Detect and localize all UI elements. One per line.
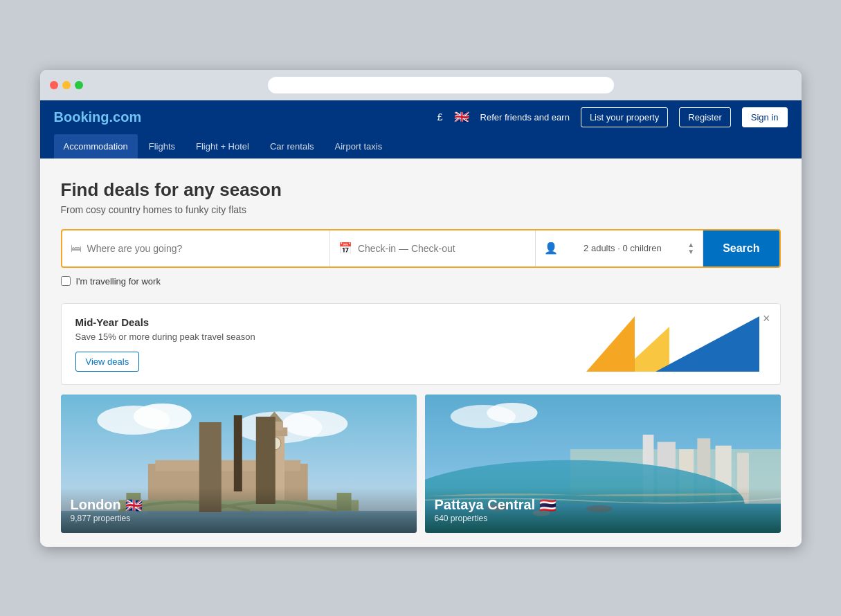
destination-card-london[interactable]: London 🇬🇧 9,877 properties (61, 395, 417, 533)
promo-close-button[interactable]: × (763, 312, 770, 325)
tab-flights[interactable]: Flights (139, 134, 185, 158)
list-property-button[interactable]: List your property (581, 107, 668, 127)
search-button[interactable]: Search (703, 230, 779, 266)
signin-button[interactable]: Sign in (742, 107, 788, 127)
refer-link[interactable]: Refer friends and earn (480, 112, 570, 123)
svg-rect-9 (265, 422, 282, 431)
promo-title: Mid-Year Deals (75, 316, 545, 328)
deal-chart-graphic (586, 316, 759, 372)
london-overlay: London 🇬🇧 9,877 properties (61, 487, 417, 533)
svg-point-18 (487, 402, 537, 422)
svg-point-11 (267, 437, 280, 450)
minimize-button-icon[interactable] (62, 81, 71, 89)
bed-icon: 🛏 (71, 242, 82, 255)
tab-accommodation[interactable]: Accommodation (54, 134, 138, 158)
view-deals-button[interactable]: View deals (75, 352, 140, 372)
chart-bar-blue (655, 316, 759, 372)
svg-point-2 (133, 403, 191, 429)
pattaya-properties: 640 properties (435, 514, 771, 523)
fullscreen-button-icon[interactable] (75, 81, 83, 89)
work-travel-checkbox-row: I'm travelling for work (61, 276, 781, 287)
guests-text: 2 adults · 0 children (584, 243, 662, 253)
destination-card-pattaya[interactable]: Pattaya Central 🇹🇭 640 properties (425, 395, 781, 533)
chart-bar-orange (586, 316, 635, 372)
pattaya-name: Pattaya Central 🇹🇭 (435, 497, 771, 514)
dates-field[interactable]: 📅 Check-in — Check-out (330, 230, 536, 266)
browser-chrome (40, 70, 802, 100)
svg-point-4 (282, 410, 347, 437)
language-selector[interactable]: 🇬🇧 (454, 109, 469, 125)
destination-field[interactable]: 🛏 (62, 230, 330, 266)
logo-dot: .com (109, 109, 142, 125)
london-name: London 🇬🇧 (71, 497, 407, 514)
promo-description: Save 15% or more during peak travel seas… (75, 332, 545, 342)
work-travel-label: I'm travelling for work (76, 276, 161, 287)
promo-graphic (545, 316, 766, 372)
pattaya-flag: 🇹🇭 (539, 497, 557, 514)
page-title: Find deals for any season (61, 179, 781, 201)
traffic-lights (50, 81, 83, 89)
browser-window: Booking.com £ 🇬🇧 Refer friends and earn … (40, 70, 802, 547)
close-button-icon[interactable] (50, 81, 58, 89)
logo-booking: Booking (54, 109, 109, 125)
search-bar: 🛏 📅 Check-in — Check-out 👤 2 adults · 0 … (61, 229, 781, 268)
currency-selector[interactable]: £ (437, 111, 443, 123)
navigation-bar: Booking.com £ 🇬🇧 Refer friends and earn … (40, 100, 802, 158)
destination-input[interactable] (87, 243, 321, 254)
promo-text-area: Mid-Year Deals Save 15% or more during p… (75, 316, 545, 372)
work-travel-checkbox[interactable] (61, 276, 71, 286)
london-flag: 🇬🇧 (125, 497, 143, 514)
person-icon: 👤 (544, 242, 558, 255)
pattaya-overlay: Pattaya Central 🇹🇭 640 properties (425, 487, 781, 533)
guests-stepper[interactable]: ▲ ▼ (687, 242, 694, 255)
register-button[interactable]: Register (679, 107, 730, 127)
promo-card: Mid-Year Deals Save 15% or more during p… (61, 303, 781, 385)
nav-top-row: Booking.com £ 🇬🇧 Refer friends and earn … (54, 100, 788, 134)
address-bar[interactable] (268, 77, 614, 93)
nav-tabs: Accommodation Flights Flight + Hotel Car… (54, 134, 788, 158)
london-properties: 9,877 properties (71, 514, 407, 523)
tab-car-rentals[interactable]: Car rentals (260, 134, 324, 158)
page-subtitle: From cosy country homes to funky city fl… (61, 204, 781, 215)
tab-airport-taxis[interactable]: Airport taxis (325, 134, 392, 158)
destination-cards: London 🇬🇧 9,877 properties (61, 395, 781, 533)
logo[interactable]: Booking.com (54, 109, 142, 125)
calendar-icon: 📅 (338, 242, 352, 255)
tab-flight-hotel[interactable]: Flight + Hotel (186, 134, 259, 158)
dates-text: Check-in — Check-out (358, 243, 455, 254)
guests-field[interactable]: 👤 2 adults · 0 children ▲ ▼ (536, 230, 703, 266)
main-content: Find deals for any season From cosy coun… (40, 158, 802, 547)
